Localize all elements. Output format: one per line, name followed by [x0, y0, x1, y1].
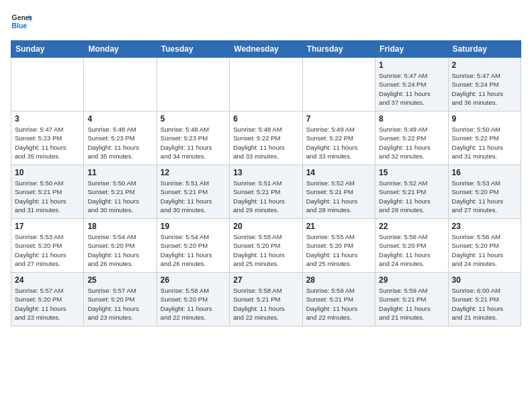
day-number: 29 — [379, 275, 444, 285]
day-info: Sunrise: 5:49 AM Sunset: 5:22 PM Dayligh… — [379, 125, 444, 161]
calendar-table: SundayMondayTuesdayWednesdayThursdayFrid… — [11, 40, 521, 326]
calendar-cell: 9Sunrise: 5:50 AM Sunset: 5:22 PM Daylig… — [448, 111, 521, 165]
day-number: 11 — [87, 168, 152, 177]
page: General Blue SundayMondayTuesdayWednesda… — [0, 0, 532, 333]
calendar-cell: 7Sunrise: 5:49 AM Sunset: 5:22 PM Daylig… — [302, 111, 375, 165]
calendar-cell: 25Sunrise: 5:57 AM Sunset: 5:20 PM Dayli… — [84, 273, 157, 326]
calendar-cell — [230, 58, 302, 111]
calendar-week-4: 24Sunrise: 5:57 AM Sunset: 5:20 PM Dayli… — [11, 273, 521, 326]
day-info: Sunrise: 5:48 AM Sunset: 5:23 PM Dayligh… — [87, 125, 152, 161]
day-info: Sunrise: 5:48 AM Sunset: 5:22 PM Dayligh… — [233, 125, 298, 161]
day-info: Sunrise: 5:53 AM Sunset: 5:20 PM Dayligh… — [452, 179, 517, 214]
day-info: Sunrise: 5:58 AM Sunset: 5:20 PM Dayligh… — [161, 286, 226, 322]
day-number: 2 — [452, 60, 517, 70]
calendar-cell: 12Sunrise: 5:51 AM Sunset: 5:21 PM Dayli… — [157, 165, 229, 219]
day-number: 16 — [452, 168, 517, 177]
day-number: 25 — [87, 275, 152, 285]
day-number: 3 — [15, 114, 80, 124]
calendar-cell: 26Sunrise: 5:58 AM Sunset: 5:20 PM Dayli… — [157, 273, 229, 326]
day-number: 7 — [306, 114, 371, 124]
calendar-cell: 21Sunrise: 5:55 AM Sunset: 5:20 PM Dayli… — [302, 219, 375, 273]
day-info: Sunrise: 5:50 AM Sunset: 5:22 PM Dayligh… — [452, 125, 517, 161]
weekday-friday: Friday — [375, 41, 448, 58]
day-number: 10 — [15, 168, 80, 177]
day-info: Sunrise: 5:47 AM Sunset: 5:24 PM Dayligh… — [379, 71, 444, 107]
calendar-cell: 13Sunrise: 5:51 AM Sunset: 5:21 PM Dayli… — [230, 165, 302, 219]
calendar-cell: 3Sunrise: 5:47 AM Sunset: 5:23 PM Daylig… — [11, 111, 84, 165]
day-info: Sunrise: 5:48 AM Sunset: 5:23 PM Dayligh… — [161, 125, 226, 161]
day-info: Sunrise: 5:56 AM Sunset: 5:20 PM Dayligh… — [379, 232, 444, 268]
calendar-week-0: 1Sunrise: 5:47 AM Sunset: 5:24 PM Daylig… — [11, 58, 521, 111]
day-info: Sunrise: 5:52 AM Sunset: 5:21 PM Dayligh… — [306, 179, 371, 214]
calendar-cell: 15Sunrise: 5:52 AM Sunset: 5:21 PM Dayli… — [375, 165, 448, 219]
day-info: Sunrise: 5:56 AM Sunset: 5:20 PM Dayligh… — [452, 232, 517, 268]
day-number: 24 — [15, 275, 80, 285]
weekday-monday: Monday — [84, 41, 157, 58]
day-info: Sunrise: 5:57 AM Sunset: 5:20 PM Dayligh… — [15, 286, 80, 322]
weekday-tuesday: Tuesday — [157, 41, 229, 58]
calendar-cell: 4Sunrise: 5:48 AM Sunset: 5:23 PM Daylig… — [84, 111, 157, 165]
calendar-cell: 28Sunrise: 5:59 AM Sunset: 5:21 PM Dayli… — [302, 273, 375, 326]
logo-icon: General Blue — [11, 11, 32, 32]
day-number: 23 — [452, 222, 517, 231]
calendar-cell: 30Sunrise: 6:00 AM Sunset: 5:21 PM Dayli… — [448, 273, 521, 326]
calendar-cell — [302, 58, 375, 111]
day-info: Sunrise: 5:49 AM Sunset: 5:22 PM Dayligh… — [306, 125, 371, 161]
day-number: 22 — [379, 222, 444, 231]
calendar-cell: 24Sunrise: 5:57 AM Sunset: 5:20 PM Dayli… — [11, 273, 84, 326]
day-number: 14 — [306, 168, 371, 177]
day-number: 9 — [452, 114, 517, 124]
day-info: Sunrise: 5:47 AM Sunset: 5:23 PM Dayligh… — [15, 125, 80, 161]
svg-text:Blue: Blue — [12, 22, 28, 30]
header: General Blue — [11, 11, 521, 32]
calendar-week-2: 10Sunrise: 5:50 AM Sunset: 5:21 PM Dayli… — [11, 165, 521, 219]
logo: General Blue — [11, 11, 32, 32]
calendar-cell — [84, 58, 157, 111]
day-number: 27 — [233, 275, 298, 285]
day-info: Sunrise: 5:51 AM Sunset: 5:21 PM Dayligh… — [233, 179, 298, 214]
day-number: 13 — [233, 168, 298, 177]
calendar-cell: 23Sunrise: 5:56 AM Sunset: 5:20 PM Dayli… — [448, 219, 521, 273]
calendar-cell: 19Sunrise: 5:54 AM Sunset: 5:20 PM Dayli… — [157, 219, 229, 273]
day-number: 5 — [161, 114, 226, 124]
day-info: Sunrise: 5:54 AM Sunset: 5:20 PM Dayligh… — [87, 232, 152, 268]
calendar-cell: 27Sunrise: 5:58 AM Sunset: 5:21 PM Dayli… — [230, 273, 302, 326]
calendar-cell: 1Sunrise: 5:47 AM Sunset: 5:24 PM Daylig… — [375, 58, 448, 111]
day-number: 30 — [452, 275, 517, 285]
day-info: Sunrise: 5:47 AM Sunset: 5:24 PM Dayligh… — [452, 71, 517, 107]
day-number: 21 — [306, 222, 371, 231]
day-info: Sunrise: 5:55 AM Sunset: 5:20 PM Dayligh… — [233, 232, 298, 268]
calendar-cell: 16Sunrise: 5:53 AM Sunset: 5:20 PM Dayli… — [448, 165, 521, 219]
calendar-cell: 29Sunrise: 5:59 AM Sunset: 5:21 PM Dayli… — [375, 273, 448, 326]
day-info: Sunrise: 5:58 AM Sunset: 5:21 PM Dayligh… — [233, 286, 298, 322]
day-info: Sunrise: 6:00 AM Sunset: 5:21 PM Dayligh… — [452, 286, 517, 322]
day-number: 17 — [15, 222, 80, 231]
calendar-week-1: 3Sunrise: 5:47 AM Sunset: 5:23 PM Daylig… — [11, 111, 521, 165]
day-info: Sunrise: 5:50 AM Sunset: 5:21 PM Dayligh… — [15, 179, 80, 214]
calendar-cell: 14Sunrise: 5:52 AM Sunset: 5:21 PM Dayli… — [302, 165, 375, 219]
day-info: Sunrise: 5:54 AM Sunset: 5:20 PM Dayligh… — [161, 232, 226, 268]
day-info: Sunrise: 5:50 AM Sunset: 5:21 PM Dayligh… — [87, 179, 152, 214]
day-number: 15 — [379, 168, 444, 177]
calendar-cell: 6Sunrise: 5:48 AM Sunset: 5:22 PM Daylig… — [230, 111, 302, 165]
weekday-saturday: Saturday — [448, 41, 521, 58]
day-number: 20 — [233, 222, 298, 231]
calendar-cell: 20Sunrise: 5:55 AM Sunset: 5:20 PM Dayli… — [230, 219, 302, 273]
calendar-cell: 2Sunrise: 5:47 AM Sunset: 5:24 PM Daylig… — [448, 58, 521, 111]
weekday-wednesday: Wednesday — [230, 41, 302, 58]
weekday-thursday: Thursday — [302, 41, 375, 58]
day-info: Sunrise: 5:51 AM Sunset: 5:21 PM Dayligh… — [161, 179, 226, 214]
day-info: Sunrise: 5:55 AM Sunset: 5:20 PM Dayligh… — [306, 232, 371, 268]
day-number: 4 — [87, 114, 152, 124]
day-number: 8 — [379, 114, 444, 124]
calendar-cell: 10Sunrise: 5:50 AM Sunset: 5:21 PM Dayli… — [11, 165, 84, 219]
calendar-cell: 18Sunrise: 5:54 AM Sunset: 5:20 PM Dayli… — [84, 219, 157, 273]
day-info: Sunrise: 5:59 AM Sunset: 5:21 PM Dayligh… — [306, 286, 371, 322]
day-number: 12 — [161, 168, 226, 177]
day-number: 28 — [306, 275, 371, 285]
day-info: Sunrise: 5:57 AM Sunset: 5:20 PM Dayligh… — [87, 286, 152, 322]
day-number: 19 — [161, 222, 226, 231]
calendar-cell: 11Sunrise: 5:50 AM Sunset: 5:21 PM Dayli… — [84, 165, 157, 219]
day-number: 1 — [379, 60, 444, 70]
day-info: Sunrise: 5:59 AM Sunset: 5:21 PM Dayligh… — [379, 286, 444, 322]
